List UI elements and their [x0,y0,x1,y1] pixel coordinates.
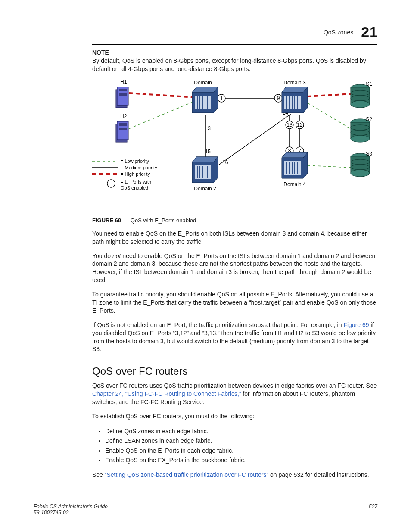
note-body: By default, QoS is enabled on 8-Gbps por… [92,57,377,73]
svg-line-24 [218,114,291,165]
legend-low: = Low priority [121,159,149,164]
top-rule [92,44,377,45]
footer-title: Fabric OS Administrator’s Guide [34,504,108,510]
port-15: 15 [205,149,211,155]
figure-caption: FIGURE 69 QoS with E_Ports enabled [92,217,377,224]
paragraph-7: See “Setting QoS zone-based traffic prio… [92,471,377,479]
host-h2-icon [116,121,128,142]
label-s1: S1 [366,81,372,87]
paragraph-4: If QoS is not enabled on an E_Port, the … [92,321,377,354]
legend-high: = High priority [121,171,150,177]
port-12: 12 [297,122,303,128]
switch-d2-icon [192,157,218,183]
storage-s3-icon [351,153,370,177]
svg-line-19 [129,102,193,129]
note-label: NOTE [92,49,377,56]
storage-s1-icon [351,84,370,108]
storage-s2-icon [351,119,370,142]
svg-line-17 [129,93,193,97]
legend-med: = Medium priority [121,165,157,170]
list-item: Define QoS zones in each edge fabric. [105,426,377,436]
label-d3: Domain 3 [283,80,306,86]
switch-d4-icon [282,152,308,178]
switch-d1-icon [192,87,218,113]
figure-number: FIGURE 69 [92,217,121,224]
running-header: QoS zones 21 [34,24,377,40]
label-h2: H2 [120,113,127,119]
emphasis-not: not [112,252,121,259]
port-3: 3 [208,125,211,131]
legend-eport-1: = E_Ports with [121,179,151,184]
list-item: Define LSAN zones in each edge fabric. [105,436,377,445]
bullet-list: Define QoS zones in each edge fabric. De… [92,426,377,465]
port-16: 16 [222,159,228,165]
label-h1: H1 [120,79,127,85]
port-1: 1 [220,95,223,101]
label-s2: S2 [366,116,372,122]
paragraph-3: To guarantee traffic priority, you shoul… [92,290,377,315]
port-9: 9 [277,95,280,101]
footer-page-number: 527 [369,504,377,516]
figure-caption-text: QoS with E_Ports enabled [131,217,196,224]
figure-diagram: 1 9 3 15 16 14 12 13 7 8 [92,79,377,215]
label-d1: Domain 1 [194,80,216,86]
svg-line-18 [308,94,351,96]
port-13: 13 [286,122,293,128]
svg-point-36 [107,180,115,187]
paragraph-2: You do not need to enable QoS on the E_P… [92,252,377,285]
link-setting-qos-zone[interactable]: “Setting QoS zone-based traffic prioriti… [105,471,268,478]
label-d2: Domain 2 [194,186,216,192]
page-footer: Fabric OS Administrator’s Guide 53-10027… [34,504,377,516]
paragraph-1: You need to enable QoS on the E_Ports on… [92,230,377,246]
header-text: QoS zones [324,29,353,36]
label-s3: S3 [366,151,372,157]
svg-line-20 [308,103,351,129]
paragraph-6: To establish QoS over FC routers, you mu… [92,412,377,420]
qos-topology-svg: 1 9 3 15 16 14 12 13 7 8 [92,79,377,213]
footer-docnum: 53-1002745-02 [34,510,108,516]
link-figure-69[interactable]: Figure 69 [343,321,369,328]
legend-eport-2: QoS enabled [121,185,148,190]
header-chapter-number: 21 [361,24,377,40]
paragraph-5: QoS over FC routers uses QoS traffic pri… [92,382,377,406]
switch-d3-icon [282,87,308,113]
svg-line-21 [308,165,351,168]
list-item: Enable QoS on the EX_Ports in the backbo… [105,455,377,465]
label-d4: Domain 4 [283,181,306,187]
link-chapter-24[interactable]: Chapter 24, “Using FC-FC Routing to Conn… [92,390,241,397]
section-heading-qos-fc-routers: QoS over FC routers [92,365,377,377]
host-h1-icon [116,87,128,108]
list-item: Enable QoS on the E_Ports in each edge f… [105,446,377,455]
